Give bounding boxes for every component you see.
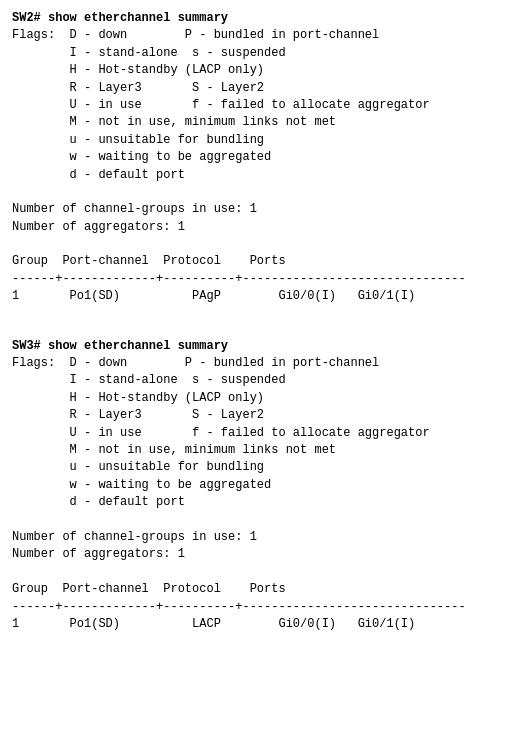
block-spacer bbox=[12, 326, 503, 338]
terminal-block-sw2: SW2# show etherchannel summary Flags: D … bbox=[12, 10, 503, 306]
terminal-block-sw3: SW3# show etherchannel summary Flags: D … bbox=[12, 338, 503, 634]
command-line: SW2# show etherchannel summary Flags: D … bbox=[12, 10, 503, 306]
terminal-content: SW2# show etherchannel summary Flags: D … bbox=[12, 10, 503, 633]
command-line: SW3# show etherchannel summary Flags: D … bbox=[12, 338, 503, 634]
